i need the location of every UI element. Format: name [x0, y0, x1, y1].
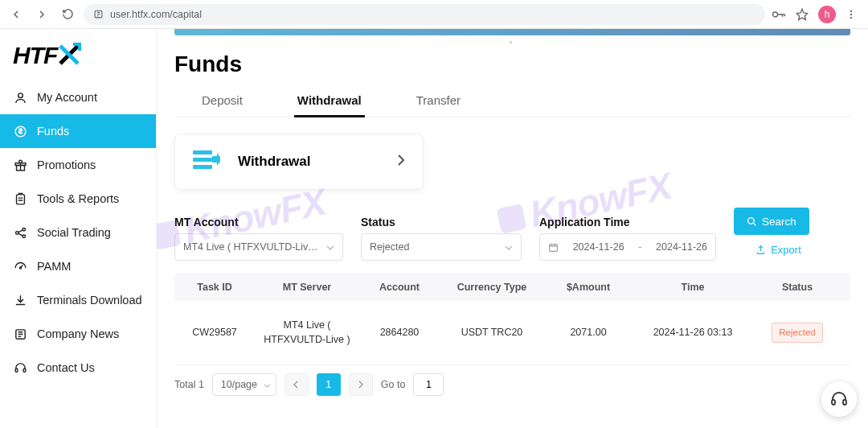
svg-point-2 [850, 10, 852, 11]
sidebar-item-pamm[interactable]: PAMM [0, 249, 156, 283]
sidebar-item-tools-reports[interactable]: Tools & Reports [0, 182, 156, 216]
funds-tabs: DepositWithdrawalTransfer [174, 88, 850, 117]
support-fab[interactable] [821, 381, 857, 417]
star-icon[interactable] [796, 8, 809, 21]
svg-rect-22 [832, 400, 835, 405]
withdrawal-icon [193, 148, 220, 175]
table-header: Account [359, 282, 440, 293]
reload-button[interactable] [58, 5, 77, 24]
tab-deposit[interactable]: Deposit [199, 88, 246, 117]
svg-rect-17 [193, 150, 212, 154]
sidebar-item-my-account[interactable]: My Account [0, 80, 156, 114]
mt-account-label: MT Account [174, 216, 343, 228]
svg-rect-23 [843, 400, 846, 405]
cell-task-id: CW29587 [174, 326, 255, 340]
sidebar-item-label: Promotions [37, 158, 96, 171]
cell-time: 2024-11-26 03:13 [633, 326, 753, 340]
svg-rect-9 [16, 194, 24, 204]
sidebar-item-label: Funds [37, 125, 69, 138]
clipboard-icon [13, 191, 27, 206]
chevron-down-icon [326, 241, 334, 253]
sidebar-item-label: PAMM [37, 260, 71, 273]
export-button[interactable]: Export [747, 238, 809, 261]
sidebar-item-label: Social Trading [37, 226, 111, 239]
export-icon [755, 245, 766, 255]
pager-next[interactable] [349, 373, 373, 396]
svg-rect-15 [15, 368, 18, 372]
table-header: $Amount [544, 282, 633, 293]
goto-input[interactable] [413, 373, 444, 396]
svg-rect-18 [193, 158, 212, 162]
svg-rect-20 [550, 244, 558, 251]
download-icon [13, 293, 27, 307]
status-select[interactable]: Rejected [361, 233, 522, 261]
chevron-down-icon [264, 379, 271, 390]
application-time-label: Application Time [539, 216, 716, 228]
withdrawal-card[interactable]: Withdrawal [174, 134, 424, 190]
main-content: • Funds DepositWithdrawalTransfer Withdr… [157, 29, 868, 428]
password-icon[interactable] [772, 9, 786, 20]
forward-button[interactable] [32, 5, 51, 24]
table-header: Task ID [174, 282, 255, 293]
banner [174, 29, 850, 35]
gift-icon [13, 158, 27, 172]
mt-account-select[interactable]: MT4 Live ( HTFXVULTD-Live ) 2... [174, 233, 343, 261]
headset-icon [829, 389, 849, 409]
date-range-picker[interactable]: 2024-11-26 - 2024-11-26 [539, 233, 716, 261]
svg-point-21 [748, 217, 755, 224]
goto-label: Go to [381, 379, 406, 390]
pagination: Total 1 10/page 1 Go to [174, 373, 850, 396]
url-text: user.htfx.com/capital [110, 9, 202, 20]
sidebar-item-terminals-download[interactable]: Terminals Download [0, 283, 156, 317]
pager-prev[interactable] [285, 373, 309, 396]
sidebar-item-promotions[interactable]: Promotions [0, 148, 156, 182]
svg-point-1 [773, 12, 778, 17]
news-icon [13, 327, 27, 341]
kebab-menu-icon[interactable] [845, 9, 857, 20]
sidebar-item-label: My Account [37, 91, 97, 104]
svg-rect-16 [23, 368, 26, 372]
carousel-dots: • [174, 39, 850, 47]
tab-withdrawal[interactable]: Withdrawal [294, 88, 365, 117]
pager-total: Total 1 [174, 379, 204, 390]
svg-rect-19 [193, 165, 212, 169]
cell-mt-server: MT4 Live ( HTFXVULTD-Live ) [255, 319, 359, 347]
sidebar-item-label: Tools & Reports [37, 192, 119, 205]
status-badge: Rejected [772, 323, 822, 342]
back-button[interactable] [6, 5, 26, 24]
logo: HTF [0, 34, 156, 80]
sidebar-item-social-trading[interactable]: Social Trading [0, 216, 156, 249]
chevron-right-icon [397, 154, 405, 170]
dollar-icon [13, 124, 27, 138]
user-icon [13, 90, 27, 105]
pager-page-1[interactable]: 1 [317, 373, 341, 396]
site-info-icon [93, 9, 104, 19]
cell-currency: USDT TRC20 [440, 326, 544, 340]
page-title: Funds [174, 51, 850, 77]
table-header: MT Server [255, 282, 359, 293]
search-button[interactable]: Search [734, 208, 809, 235]
table-header: Currency Type [440, 282, 544, 293]
sidebar-item-label: Contact Us [37, 361, 95, 374]
svg-point-4 [850, 16, 852, 18]
chevron-down-icon [505, 241, 513, 253]
withdrawal-card-label: Withdrawal [238, 154, 379, 170]
share-icon [13, 225, 27, 240]
sidebar: HTF My AccountFundsPromotionsTools & Rep… [0, 29, 157, 428]
tab-transfer[interactable]: Transfer [413, 88, 464, 117]
sidebar-item-contact-us[interactable]: Contact Us [0, 351, 156, 385]
sidebar-item-label: Terminals Download [37, 294, 142, 307]
svg-point-5 [18, 93, 23, 97]
cell-status: Rejected [753, 323, 841, 342]
svg-point-3 [850, 13, 852, 14]
sidebar-item-funds[interactable]: Funds [0, 114, 156, 148]
profile-avatar[interactable]: h [818, 6, 836, 23]
cell-amount: 2071.00 [544, 326, 633, 340]
withdrawal-table: Task IDMT ServerAccountCurrency Type$Amo… [174, 274, 850, 365]
per-page-select[interactable]: 10/page [212, 373, 276, 396]
sidebar-item-company-news[interactable]: Company News [0, 317, 156, 351]
headset-icon [13, 360, 27, 375]
address-bar[interactable]: user.htfx.com/capital [84, 4, 765, 25]
calendar-icon [548, 242, 559, 253]
gauge-icon [13, 259, 27, 274]
